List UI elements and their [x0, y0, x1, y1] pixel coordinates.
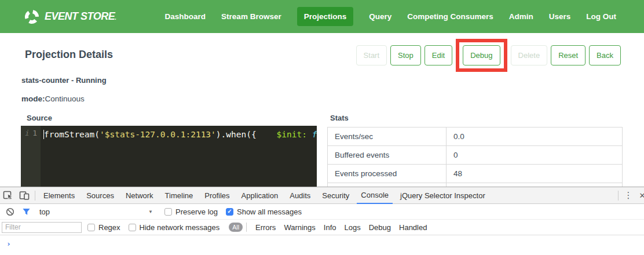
tab-security[interactable]: Security	[318, 187, 353, 203]
edit-button[interactable]: Edit	[425, 45, 452, 65]
mode-value: Continuous	[45, 94, 85, 103]
filter-debug[interactable]: Debug	[369, 223, 391, 232]
screen: EVENT STORE. Dashboard Stream Browser Pr…	[0, 0, 644, 255]
debug-button[interactable]: Debug	[463, 45, 500, 65]
regex-checkbox[interactable]	[87, 224, 95, 231]
code-line-1: fromStream('$stats-127.0.0.1:2113').when…	[43, 128, 317, 141]
stat-label: Events/sec	[328, 128, 447, 146]
source-code-editor[interactable]: i 1 fromStream('$stats-127.0.0.1:2113').…	[21, 126, 317, 187]
tab-application[interactable]: Application	[237, 187, 283, 203]
debug-highlight-box: Debug	[456, 39, 507, 72]
projection-mode: mode:Continuous	[21, 94, 85, 103]
mode-label: mode:	[21, 94, 45, 103]
projection-status: stats-counter - Running	[21, 76, 107, 85]
action-buttons: Start Stop Edit Debug Delete Reset Back	[356, 39, 621, 72]
stat-value: 0.0	[447, 128, 623, 146]
devtools-tabbar: Elements Sources Network Timeline Profil…	[0, 187, 644, 204]
stats-table: Events/sec 0.0 Buffered events 0 Events …	[327, 127, 623, 187]
nav-item-projections[interactable]: Projections	[297, 7, 354, 26]
stat-value: 48	[447, 165, 623, 183]
devtools-menu-icon[interactable]: ⋮	[621, 190, 636, 201]
chevron-down-icon: ▼	[148, 209, 153, 214]
inspect-element-icon[interactable]	[0, 187, 16, 203]
brand-trademark-dot: .	[115, 14, 116, 21]
execution-context-value: top	[39, 207, 50, 216]
hide-network-checkbox[interactable]	[129, 224, 136, 231]
nav-item-stream-browser[interactable]: Stream Browser	[221, 12, 281, 21]
filter-input[interactable]	[2, 222, 82, 233]
eventstore-logo[interactable]: EVENT STORE.	[25, 10, 116, 24]
eventstore-ring-icon	[24, 8, 40, 24]
console-input-area[interactable]: ›	[0, 235, 644, 254]
nav-item-competing-consumers[interactable]: Competing Consumers	[407, 12, 493, 21]
regex-label[interactable]: Regex	[98, 223, 120, 232]
preserve-log-checkbox[interactable]	[164, 208, 172, 216]
line-number: 1	[32, 129, 37, 137]
nav-menu: Dashboard Stream Browser Projections Que…	[165, 7, 616, 26]
page-title: Projection Details	[25, 49, 113, 61]
nav-item-logout[interactable]: Log Out	[586, 12, 616, 21]
filter-warnings[interactable]: Warnings	[284, 223, 315, 232]
console-toolbar: top ▼ Preserve log ✓ Show all messages	[0, 204, 644, 220]
tab-sources[interactable]: Sources	[82, 187, 118, 203]
tab-jquery-selector-inspector[interactable]: jQuery Selector Inspector	[396, 187, 489, 203]
device-toolbar-icon[interactable]	[16, 187, 32, 203]
table-row: Events processed 48	[328, 165, 623, 183]
stop-button[interactable]: Stop	[390, 45, 421, 65]
delete-button[interactable]: Delete	[511, 45, 548, 65]
filter-logs[interactable]: Logs	[345, 223, 361, 232]
stats-heading: Stats	[330, 114, 623, 122]
gutter-info-icon: i	[25, 129, 30, 137]
filter-handled[interactable]: Handled	[399, 223, 427, 232]
tabbar-separator	[618, 191, 619, 201]
devtools-panel: Elements Sources Network Timeline Profil…	[0, 187, 644, 255]
show-all-messages-label[interactable]: Show all messages	[237, 207, 302, 216]
clear-console-icon[interactable]	[5, 206, 15, 217]
table-row: Events/sec 0.0	[328, 128, 623, 146]
stat-value: 0	[447, 146, 623, 165]
back-button[interactable]: Back	[589, 45, 621, 65]
stats-section: Stats Events/sec 0.0 Buffered events 0 E…	[327, 114, 623, 187]
tab-timeline[interactable]: Timeline	[161, 187, 197, 203]
editor-gutter: i 1	[21, 126, 41, 187]
devtools-close-icon[interactable]: ✕	[636, 191, 644, 200]
tabbar-right-controls: ⋮ ✕	[616, 190, 644, 201]
source-section: Source i 1 fromStream('$stats-127.0.0.1:…	[21, 114, 317, 187]
filter-info[interactable]: Info	[324, 223, 336, 232]
editor-code-area[interactable]: fromStream('$stats-127.0.0.1:2113').when…	[41, 126, 317, 187]
hide-network-label[interactable]: Hide network messages	[140, 223, 220, 232]
stat-label: Buffered events	[328, 146, 447, 165]
preserve-log-label[interactable]: Preserve log	[175, 207, 218, 216]
start-button[interactable]: Start	[356, 45, 387, 65]
top-navbar: EVENT STORE. Dashboard Stream Browser Pr…	[0, 0, 644, 33]
tabbar-separator	[35, 191, 35, 201]
tab-network[interactable]: Network	[122, 187, 158, 203]
filter-errors[interactable]: Errors	[255, 223, 276, 232]
tab-audits[interactable]: Audits	[286, 187, 314, 203]
nav-item-dashboard[interactable]: Dashboard	[165, 12, 206, 21]
nav-item-query[interactable]: Query	[369, 12, 391, 21]
console-filterbar: Regex Hide network messages All Errors W…	[0, 220, 644, 235]
nav-item-users[interactable]: Users	[549, 12, 571, 21]
tab-elements[interactable]: Elements	[39, 187, 79, 203]
filter-separator	[246, 223, 247, 232]
show-all-messages-checkbox[interactable]: ✓	[226, 208, 233, 216]
brand-name: EVENT STORE.	[45, 10, 116, 23]
nav-item-admin[interactable]: Admin	[509, 12, 533, 21]
filter-all-pill[interactable]: All	[229, 223, 243, 232]
execution-context-select[interactable]: top ▼	[39, 207, 153, 216]
tab-console[interactable]: Console	[357, 187, 393, 204]
table-row: Buffered events 0	[328, 146, 623, 165]
source-heading: Source	[27, 114, 317, 122]
projection-details-page: Projection Details Start Stop Edit Debug…	[0, 33, 644, 187]
filter-icon[interactable]	[21, 206, 31, 217]
console-prompt-icon: ›	[6, 239, 11, 248]
reset-button[interactable]: Reset	[551, 45, 586, 65]
tab-profiles[interactable]: Profiles	[200, 187, 233, 203]
stat-label: Events processed	[328, 165, 447, 183]
